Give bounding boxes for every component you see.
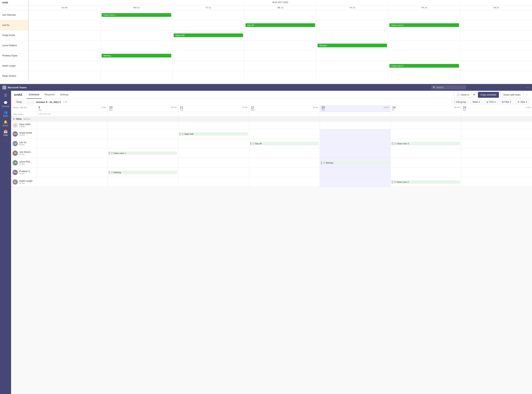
schedule-body: Week: 168 Hrs 9 0 Hrs Sun 10 48 Hrs Mon [11,105,532,394]
day-col[interactable]: 📋 Birthday [320,158,391,167]
top-cell [101,30,172,40]
top-cell [29,51,101,61]
tab-settings[interactable]: Settings [58,91,71,99]
shift-block[interactable]: Meeting [102,54,171,57]
prev-arrow[interactable]: ‹ [26,100,30,104]
day-name: Tue [180,109,247,111]
day-col[interactable]: 📋 Clean room 3 [391,139,461,148]
day-col [37,148,108,158]
grid-icon-button[interactable] [2,85,6,89]
shift-block[interactable]: Clean room 3 [389,23,459,27]
shift-block[interactable]: Day off [246,23,315,27]
sidebar-item-more[interactable]: ··· [0,138,11,144]
share-with-team-button[interactable]: Share with team [500,92,523,98]
note-day-col[interactable] [108,112,179,116]
note-day-col[interactable] [461,112,532,116]
sidebar-item-shifts[interactable]: 📅 Shifts [0,128,11,138]
shift-block[interactable]: Clean room 2 [389,64,459,68]
day-col [461,129,532,139]
top-cell [29,61,101,71]
day-name: Mon [109,109,177,111]
search-input[interactable] [431,85,466,89]
clock-in-dropdown-button[interactable]: ▾ [472,92,476,98]
day-col [461,168,532,177]
tab-requests[interactable]: Requests [42,91,57,99]
print-button[interactable]: 🖨 Print ▾ [484,100,498,104]
more-toolbar-icon[interactable]: ··· [525,93,529,97]
week-view-button[interactable]: Week ▾ [470,100,482,104]
day-col[interactable]: 📋 Clean room 2 [391,177,461,187]
day-col [108,139,179,148]
main-layout: ☰ 💬 Schedule 👥 Teams 🔔 Activity 📅 Shifts… [0,91,532,394]
clock-in-button[interactable]: 🕐 Clock in [454,92,472,98]
copy-schedule-button[interactable]: Copy schedule [478,92,499,98]
day-num: 11 [180,106,183,109]
group-header: ▾ Other 168 Hrs [11,117,532,122]
sidebar-item-chat[interactable]: 💬 Schedule [0,99,11,109]
top-person-name: Joni Sherman [0,10,29,20]
day-col [37,139,108,148]
day-col[interactable]: 📋 Meeting [108,168,179,177]
view-button[interactable]: 👁 View ▾ [515,100,529,104]
shift-card-icon: 📋 [111,152,113,154]
day-col[interactable]: 📋 Clean room 1 [108,148,179,158]
top-cell [244,51,316,61]
shift-card-birthday[interactable]: 📋 Birthday [321,161,389,165]
teams-app: Microsoft Teams 🔍 ··· ☰ 💬 Schedule 👥 Tea… [0,84,532,394]
day-col [108,158,179,167]
person-info-joni: JS Joni Sherm... 24 Hrs [11,148,37,158]
top-person-name: Lynne Robbins [0,41,29,51]
nav-arrows: ‹ › [26,100,34,104]
next-arrow[interactable]: › [30,100,34,104]
shift-card-icon: 📋 [394,181,396,183]
shift-card-meeting[interactable]: 📋 Meeting [109,171,177,174]
open-day-col [461,122,532,129]
day-name: Wed [251,109,318,111]
shift-card-cleanroom2[interactable]: 📋 Clean room 2 [392,180,460,184]
date-header-row: Week: 168 Hrs 9 0 Hrs Sun 10 48 Hrs Mon [11,105,532,112]
note-day-col[interactable]: Add new note [37,112,108,116]
tab-schedule[interactable]: Schedule [27,91,42,99]
day-col [108,177,179,187]
shift-card-cleanroom1[interactable]: 📋 Clean room 1 [109,151,177,155]
grid-dot [5,88,6,89]
avatar-grady: GA [13,131,18,137]
add-group-button[interactable]: + Add group [452,100,468,104]
hamburger-icon[interactable]: ☰ [4,92,7,98]
shift-block[interactable]: Night shift [174,33,243,37]
note-day-col[interactable] [179,112,249,116]
top-cell [460,41,532,51]
shift-block[interactable]: Clean room 1 [102,13,171,17]
date-range[interactable]: October 9 - 15, 2022 ▾ [36,101,61,104]
note-day-col[interactable] [391,112,461,116]
sidebar-item-activity[interactable]: 🔔 Activity [0,119,11,128]
top-day-fr: FR 14 [388,5,460,10]
day-name: Sat [463,109,531,111]
top-cell: Meeting [101,51,172,61]
grid-dot [4,87,5,88]
day-notes-row: Day notes Add new note [11,112,532,117]
day-hrs: 24 Hrs [384,106,389,109]
top-schedule: NAME W.41 OCT 2022 SU 09 MO 10 TU 11 WE … [0,0,532,84]
filter-button[interactable]: ⊞ Filter ▾ [500,100,513,104]
group-chevron[interactable]: ▾ [13,118,14,120]
shift-card-dayoff[interactable]: 📋 Day off [250,142,319,145]
top-cell: Birthday [317,41,388,51]
person-name-grady: Grady Archie [19,132,32,134]
top-person-row: Diego Siciliani [0,71,532,81]
note-day-col[interactable] [249,112,320,116]
day-col[interactable]: 📋 Day off [249,139,320,148]
day-col [249,168,320,177]
today-button[interactable]: Today [14,100,24,104]
shift-card-night[interactable]: 📋 Night shift [179,132,248,136]
open-shifts-row: + Open shifts 0 shifts [11,122,532,129]
top-spacer [0,5,29,10]
note-day-col[interactable] [320,112,391,116]
day-col[interactable]: 📋 Night shift [179,129,249,139]
more-options-icon[interactable]: ··· [526,86,530,89]
schedule-grid: Week: 168 Hrs 9 0 Hrs Sun 10 48 Hrs Mon [11,105,532,187]
sidebar-item-teams[interactable]: 👥 Teams [0,109,11,119]
print-chevron: ▾ [495,101,496,103]
shift-block[interactable]: Birthday [317,44,387,47]
shift-card-cleanroom3[interactable]: 📋 Clean room 3 [392,142,460,145]
